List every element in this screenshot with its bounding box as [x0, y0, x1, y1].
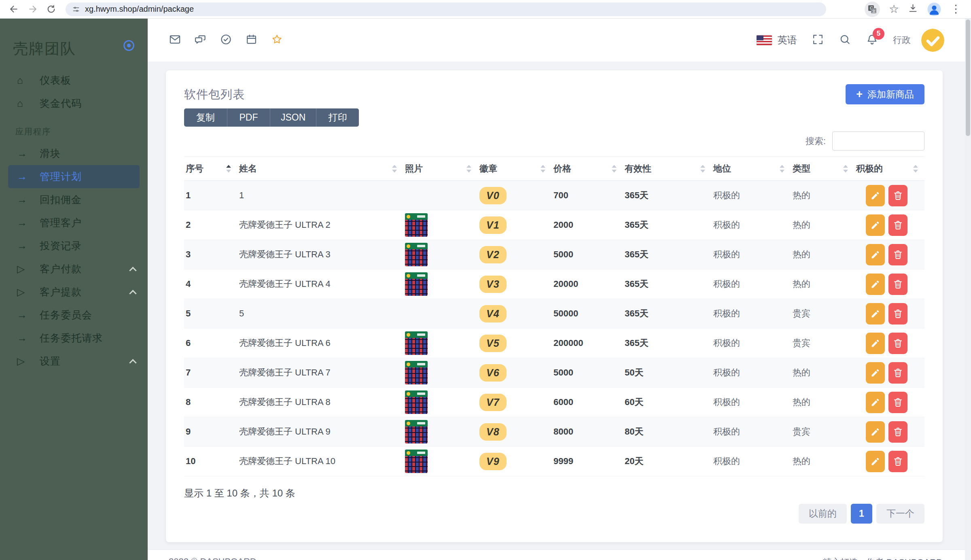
delete-button[interactable]: [888, 185, 907, 206]
edit-button[interactable]: [866, 333, 885, 354]
column-header[interactable]: 有效性: [623, 157, 712, 181]
cell-validity: 60天: [623, 388, 712, 417]
delete-button[interactable]: [888, 214, 907, 236]
sidebar-item-label: 回扣佣金: [40, 193, 82, 206]
browser-profile-icon[interactable]: [927, 2, 941, 17]
search-icon[interactable]: [839, 33, 851, 47]
chat-icon[interactable]: [194, 33, 207, 47]
mail-icon[interactable]: [169, 33, 181, 47]
site-settings-icon[interactable]: [72, 5, 80, 13]
edit-button[interactable]: [866, 244, 885, 265]
cell-photo: [403, 329, 478, 358]
column-header[interactable]: 价格: [552, 157, 623, 181]
sort-desc-icon: [466, 170, 471, 172]
column-header[interactable]: 类型: [791, 157, 854, 181]
sidebar-item[interactable]: ▷ 设置: [0, 350, 148, 373]
record-target-icon[interactable]: [122, 39, 136, 54]
current-page-button[interactable]: 1: [851, 504, 872, 524]
sidebar-item[interactable]: → 任务委托请求: [0, 327, 148, 350]
delete-button[interactable]: [888, 303, 907, 325]
edit-button[interactable]: [866, 362, 885, 384]
delete-button[interactable]: [888, 274, 907, 295]
cell-validity: 365天: [623, 299, 712, 329]
search-input[interactable]: [832, 132, 924, 151]
address-bar[interactable]: xg.hwym.shop/admin/package: [66, 2, 826, 16]
add-product-button[interactable]: + 添加新商品: [846, 84, 924, 104]
cell-status: 积极的: [712, 329, 791, 358]
delete-button[interactable]: [888, 244, 907, 265]
sidebar-item[interactable]: ⌂ 仪表板: [0, 69, 148, 92]
sort-carets: [780, 165, 784, 172]
back-arrow-icon[interactable]: [6, 2, 21, 17]
cell-actions: [854, 447, 924, 476]
cell-name: 壳牌爱德王子 ULTRA 8: [237, 388, 403, 417]
export-button[interactable]: 复制: [184, 108, 227, 127]
table-row: 2 壳牌爱德王子 ULTRA 2 V1 2000 365天 积极的 热的: [184, 210, 924, 240]
cell-type: 热的: [791, 181, 854, 210]
sidebar-item[interactable]: → 回扣佣金: [0, 188, 148, 211]
sidebar-item-label: 任务委托请求: [40, 331, 103, 345]
edit-button[interactable]: [866, 451, 885, 472]
sidebar-item[interactable]: → 投资记录: [0, 234, 148, 257]
translate-icon[interactable]: G文: [865, 2, 880, 17]
language-selector[interactable]: 英语: [757, 34, 797, 47]
sidebar-item-label: 投资记录: [40, 239, 82, 252]
us-flag-icon: [757, 35, 772, 45]
sort-asc-icon: [541, 165, 545, 168]
export-button[interactable]: 打印: [316, 108, 359, 127]
column-header[interactable]: 序号: [184, 157, 237, 181]
edit-button[interactable]: [866, 214, 885, 236]
chevron-up-icon: [129, 267, 136, 274]
sidebar-item[interactable]: ▷ 客户付款: [0, 257, 148, 280]
chevron-up-icon: [129, 290, 136, 297]
product-photo: [405, 213, 428, 237]
delete-button[interactable]: [888, 392, 907, 413]
column-header[interactable]: 积极的: [854, 157, 924, 181]
check-circle-icon[interactable]: [220, 33, 232, 47]
export-button[interactable]: PDF: [227, 108, 270, 127]
sidebar-item-icon: →: [17, 148, 30, 159]
next-page-button[interactable]: 下一个: [876, 504, 924, 524]
delete-button[interactable]: [888, 362, 907, 384]
sort-asc-icon: [780, 165, 784, 168]
column-header[interactable]: 照片: [403, 157, 478, 181]
sidebar-item[interactable]: → 任务委员会: [0, 303, 148, 327]
cell-no: 9: [184, 417, 237, 447]
page-footer: 2022 © DASHBOARD 精心打造 · 作者 DASHBOARD: [148, 549, 971, 560]
kebab-menu-icon[interactable]: ⋮: [950, 4, 961, 15]
calendar-icon[interactable]: [245, 33, 258, 47]
page-scrollbar[interactable]: [965, 19, 971, 560]
scrollbar-thumb[interactable]: [966, 19, 970, 136]
download-icon[interactable]: [908, 3, 918, 15]
column-header[interactable]: 徽章: [478, 157, 552, 181]
fullscreen-icon[interactable]: [812, 33, 824, 47]
previous-page-button[interactable]: 以前的: [799, 504, 847, 524]
user-avatar[interactable]: [921, 29, 944, 52]
forward-arrow-icon[interactable]: [25, 2, 40, 17]
bookmark-star-icon[interactable]: ☆: [889, 4, 899, 15]
vip-badge: V8: [479, 423, 507, 441]
reload-icon[interactable]: [44, 2, 58, 17]
sidebar-item[interactable]: → 滑块: [0, 142, 148, 165]
edit-button[interactable]: [866, 421, 885, 443]
notifications-bell-icon[interactable]: 5: [866, 33, 878, 47]
cell-name: 5: [237, 299, 403, 329]
star-icon[interactable]: [271, 33, 283, 47]
delete-button[interactable]: [888, 421, 907, 443]
delete-button[interactable]: [888, 333, 907, 354]
export-button[interactable]: JSON: [270, 108, 316, 127]
sidebar-item[interactable]: ⌂ 奖金代码: [0, 92, 148, 115]
edit-button[interactable]: [866, 185, 885, 206]
sidebar-item[interactable]: → 管理计划: [8, 165, 140, 188]
column-header[interactable]: 姓名: [237, 157, 403, 181]
edit-button[interactable]: [866, 392, 885, 413]
sort-carets: [700, 165, 705, 172]
delete-button[interactable]: [888, 451, 907, 472]
edit-button[interactable]: [866, 274, 885, 295]
sidebar-item[interactable]: → 管理客户: [0, 211, 148, 234]
table-row: 9 壳牌爱德王子 ULTRA 9 V8 8000 80天 积极的 贵宾: [184, 417, 924, 447]
column-header[interactable]: 地位: [712, 157, 791, 181]
sidebar-item[interactable]: ▷ 客户提款: [0, 280, 148, 303]
edit-button[interactable]: [866, 303, 885, 325]
cell-name: 壳牌爱德王子 ULTRA 6: [237, 329, 403, 358]
